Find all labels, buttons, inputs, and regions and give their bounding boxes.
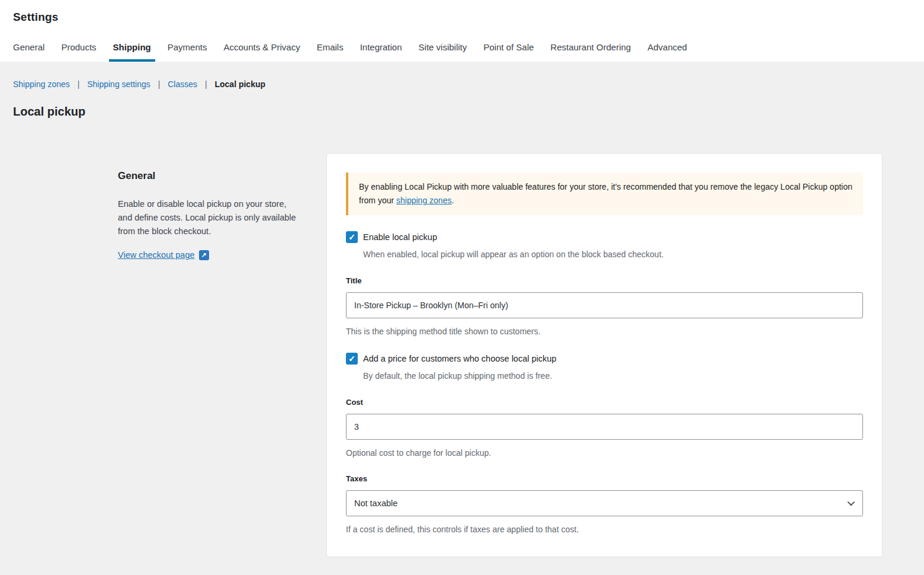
cost-input[interactable] (346, 414, 863, 440)
enable-local-pickup-row: ✓ Enable local pickup (346, 231, 863, 243)
general-section-description: Enable or disable local pickup on your s… (118, 197, 303, 238)
breadcrumb-link-shipping-settings[interactable]: Shipping settings (87, 79, 150, 89)
settings-tabs: General Products Shipping Payments Accou… (0, 34, 924, 62)
check-icon: ✓ (348, 233, 355, 241)
view-checkout-link[interactable]: View checkout page (118, 250, 195, 260)
enable-local-pickup-checkbox[interactable]: ✓ (346, 231, 358, 243)
add-price-help: By default, the local pickup shipping me… (363, 371, 863, 381)
title-field: Title This is the shipping method title … (346, 276, 863, 336)
local-pickup-heading: Local pickup (0, 89, 924, 119)
notice-text-end: . (451, 196, 454, 205)
page-title: Settings (0, 8, 924, 24)
add-price-row: ✓ Add a price for customers who choose l… (346, 353, 863, 365)
chevron-down-icon (848, 499, 855, 506)
add-price-label[interactable]: Add a price for customers who choose loc… (363, 354, 556, 363)
breadcrumb-separator: | (78, 79, 80, 89)
tab-restaurant-ordering[interactable]: Restaurant Ordering (546, 34, 635, 62)
tab-products[interactable]: Products (57, 34, 100, 62)
settings-page: Settings General Products Shipping Payme… (0, 0, 924, 575)
external-link-icon[interactable]: ↗ (199, 250, 209, 260)
breadcrumb: Shipping zones | Shipping settings | Cla… (0, 62, 924, 89)
legacy-pickup-notice: By enabling Local Pickup with more valua… (346, 172, 863, 215)
content-row: General Enable or disable local pickup o… (0, 119, 924, 557)
breadcrumb-separator: | (205, 79, 207, 89)
tab-shipping[interactable]: Shipping (109, 34, 155, 62)
tab-payments[interactable]: Payments (163, 34, 211, 62)
shipping-zones-link[interactable]: shipping zones (396, 196, 451, 205)
general-description-column: General Enable or disable local pickup o… (118, 153, 303, 260)
tab-integration[interactable]: Integration (356, 34, 406, 62)
taxes-select-value: Not taxable (354, 499, 397, 508)
tab-point-of-sale[interactable]: Point of Sale (479, 34, 538, 62)
breadcrumb-separator: | (158, 79, 161, 89)
tab-site-visibility[interactable]: Site visibility (415, 34, 471, 62)
cost-help: Optional cost to charge for local pickup… (346, 448, 863, 458)
title-help: This is the shipping method title shown … (346, 327, 863, 336)
enable-local-pickup-help: When enabled, local pickup will appear a… (363, 250, 863, 259)
title-input[interactable] (346, 292, 863, 318)
cost-field: Cost Optional cost to charge for local p… (346, 398, 863, 458)
general-section-title: General (118, 170, 303, 182)
add-price-checkbox[interactable]: ✓ (346, 353, 358, 365)
check-icon: ✓ (348, 354, 355, 363)
breadcrumb-current: Local pickup (214, 79, 265, 89)
view-checkout-row: View checkout page ↗ (118, 250, 303, 260)
tab-advanced[interactable]: Advanced (643, 34, 691, 62)
title-label: Title (346, 276, 863, 285)
taxes-select[interactable]: Not taxable (346, 490, 863, 516)
tab-accounts-privacy[interactable]: Accounts & Privacy (219, 34, 304, 62)
taxes-field: Taxes Not taxable If a cost is defined, … (346, 474, 863, 534)
shipping-settings-section: Shipping zones | Shipping settings | Cla… (0, 62, 924, 570)
local-pickup-settings-card: By enabling Local Pickup with more valua… (326, 153, 883, 557)
taxes-label: Taxes (346, 474, 863, 483)
cost-label: Cost (346, 398, 863, 407)
enable-local-pickup-label[interactable]: Enable local pickup (363, 232, 437, 242)
taxes-help: If a cost is defined, this controls if t… (346, 525, 863, 534)
breadcrumb-link-shipping-zones[interactable]: Shipping zones (13, 79, 70, 89)
tab-emails[interactable]: Emails (313, 34, 348, 62)
settings-header: Settings General Products Shipping Payme… (0, 0, 924, 62)
breadcrumb-link-classes[interactable]: Classes (168, 79, 197, 89)
tab-general[interactable]: General (9, 34, 49, 62)
